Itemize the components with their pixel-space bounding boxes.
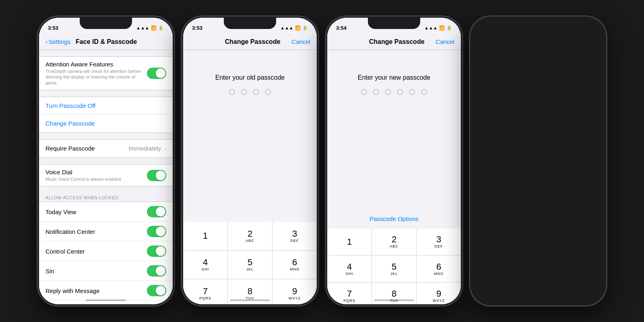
change-passcode-row[interactable]: Change Passcode — [39, 115, 173, 132]
status-time-3: 3:54 — [336, 25, 347, 31]
control-center-toggle[interactable] — [147, 246, 166, 257]
wifi-icon-3: 📶 — [439, 25, 445, 31]
turn-passcode-off-link[interactable]: Turn Passcode Off — [45, 102, 95, 109]
dot-3-2 — [373, 89, 379, 95]
reply-with-message-toggle[interactable] — [147, 285, 166, 296]
battery-icon: 🔋 — [158, 25, 164, 31]
attention-aware-title: Attention Aware Features — [45, 61, 147, 68]
key-3-5[interactable]: 5 JKL — [372, 256, 416, 282]
dot-1 — [229, 89, 235, 95]
signal-icon-2: ▲▲▲ — [280, 25, 293, 30]
today-view-title: Today View — [45, 208, 76, 215]
iphone-4: 3:54 ▲▲▲ 📶 🔋 Change Passcode Cancel Ente… — [470, 16, 607, 306]
nav-title-1: Face ID & Passcode — [76, 38, 137, 45]
wifi-icon-2: 📶 — [295, 25, 301, 31]
status-icons-3: ▲▲▲ 📶 🔋 — [424, 25, 452, 31]
attention-aware-row[interactable]: Attention Aware Features TrueDepth camer… — [39, 57, 173, 90]
key-9[interactable]: 9 WXYZ — [272, 279, 317, 304]
key-3-7[interactable]: 7 PQRS — [327, 283, 372, 304]
notification-center-row[interactable]: Notification Center — [39, 222, 173, 242]
notification-center-toggle[interactable] — [147, 226, 166, 237]
iphone-3: 3:54 ▲▲▲ 📶 🔋 Change Passcode Cancel Ente… — [326, 16, 462, 306]
key-num-9: 9 — [292, 287, 297, 296]
nav-title-3: Change Passcode — [369, 38, 425, 45]
nav-title-2: Change Passcode — [225, 38, 281, 45]
key-7[interactable]: 7 PQRS — [183, 279, 227, 304]
cancel-button-3[interactable]: Cancel — [436, 38, 454, 45]
key-num-2: 2 — [248, 229, 252, 238]
back-chevron-icon: ‹ — [45, 38, 47, 45]
siri-toggle[interactable] — [147, 265, 166, 277]
dot-2 — [241, 89, 247, 95]
numpad-3: 1 2 ABC 3 DEF 4 — [327, 229, 461, 305]
cancel-button-2[interactable]: Cancel — [291, 38, 310, 45]
key-3-3[interactable]: 3 DEF — [417, 229, 461, 255]
key-letters-2: ABC — [246, 239, 254, 243]
status-time-2: 3:53 — [192, 25, 202, 31]
home-indicator-1 — [86, 299, 126, 301]
require-passcode-title: Require Passcode — [45, 145, 95, 152]
key-6[interactable]: 6 MNO — [272, 251, 317, 279]
turn-passcode-off-row[interactable]: Turn Passcode Off — [39, 97, 173, 115]
battery-icon-2: 🔋 — [302, 25, 308, 31]
key-5[interactable]: 5 JKL — [228, 251, 272, 279]
dot-3-3 — [385, 89, 391, 95]
passcode-options-link-3[interactable]: Passcode Options — [327, 215, 461, 222]
key-num-8: 8 — [248, 287, 252, 296]
key-letters-5: JKL — [246, 267, 254, 271]
status-time-1: 3:53 — [48, 25, 58, 31]
key-3-2[interactable]: 2 ABC — [372, 229, 416, 255]
passcode-dots-3 — [327, 89, 461, 95]
settings-content-1: Attention Aware Features TrueDepth camer… — [39, 50, 173, 304]
change-passcode-link[interactable]: Change Passcode — [45, 120, 95, 127]
dot-3-4 — [397, 89, 403, 95]
passcode-prompt-2: Enter your old passcode — [183, 74, 317, 81]
today-view-row[interactable]: Today View — [39, 202, 173, 222]
reply-with-message-row[interactable]: Reply with Message — [39, 281, 173, 301]
signal-icon-3: ▲▲▲ — [424, 25, 438, 30]
back-label-1: Settings — [49, 38, 70, 45]
key-num-7: 7 — [203, 287, 208, 296]
key-letters-6: MNO — [290, 267, 299, 271]
allow-access-header: ALLOW ACCESS WHEN LOCKED: — [39, 193, 173, 202]
voice-dial-row[interactable]: Voice Dial Music Voice Control is always… — [39, 165, 173, 186]
voice-dial-subtitle: Music Voice Control is always enabled. — [45, 176, 147, 182]
signal-icon: ▲▲▲ — [136, 25, 149, 30]
status-icons-2: ▲▲▲ 📶 🔋 — [280, 25, 308, 31]
key-num-6: 6 — [292, 258, 297, 267]
require-passcode-chevron: › — [164, 145, 166, 152]
key-3-1[interactable]: 1 — [327, 229, 372, 255]
key-letters-9: WXYZ — [289, 296, 301, 300]
key-3-9[interactable]: 9 WXYZ — [417, 283, 461, 304]
control-center-row[interactable]: Control Center — [39, 242, 173, 261]
key-1[interactable]: 1 — [183, 222, 227, 250]
dot-3-1 — [361, 89, 367, 95]
key-3[interactable]: 3 DEF — [272, 222, 317, 250]
key-2[interactable]: 2 ABC — [228, 222, 272, 250]
iphone-2: 3:53 ▲▲▲ 📶 🔋 Change Passcode Cancel Ente… — [182, 16, 318, 306]
back-button-1[interactable]: ‹ Settings — [45, 38, 70, 45]
key-letters-7: PQRS — [199, 296, 211, 300]
dot-4 — [265, 89, 271, 95]
iphone-1: 3:53 ▲▲▲ 📶 🔋 ‹ Settings Face ID & Passco… — [37, 16, 174, 306]
require-passcode-row[interactable]: Require Passcode Immediately › — [39, 140, 173, 157]
today-view-toggle[interactable] — [147, 206, 166, 217]
attention-toggle[interactable] — [147, 68, 166, 79]
siri-row[interactable]: Siri — [39, 261, 173, 281]
passcode-screen-3: Enter your new passcode Passcode Options… — [327, 50, 461, 304]
passcode-dots-2 — [183, 89, 317, 95]
key-3-4[interactable]: 4 GHI — [327, 256, 372, 282]
notification-center-title: Notification Center — [45, 228, 95, 235]
home-indicator-3 — [374, 299, 414, 301]
voice-dial-toggle[interactable] — [147, 170, 166, 181]
control-center-title: Control Center — [45, 248, 85, 255]
key-3-6[interactable]: 6 MNO — [417, 256, 461, 282]
home-control-row[interactable]: Home Control — [39, 301, 173, 304]
key-4[interactable]: 4 GHI — [183, 251, 227, 279]
wifi-icon: 📶 — [151, 25, 157, 31]
key-letters-4: GHI — [201, 267, 209, 271]
passcode-prompt-3: Enter your new passcode — [327, 74, 461, 81]
dot-3 — [253, 89, 259, 95]
home-indicator-2 — [230, 299, 270, 301]
notch-2 — [224, 18, 276, 29]
